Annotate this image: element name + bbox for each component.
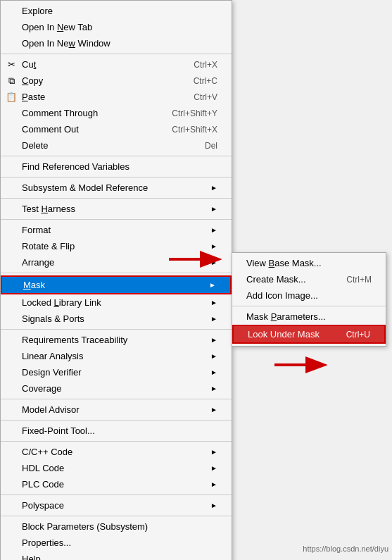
menu-item-copy[interactable]: ⧉ Copy Ctrl+C — [1, 73, 232, 89]
separator-5 — [1, 219, 232, 220]
menu-item-requirements[interactable]: Requirements Traceability ► — [1, 332, 232, 348]
submenu-arrow-hdl: ► — [210, 464, 217, 472]
separator-8 — [1, 399, 232, 399]
submenu-arrow-linear: ► — [210, 352, 217, 360]
submenu-arrow-cpp: ► — [210, 448, 217, 456]
menu-item-cpp-code[interactable]: C/C++ Code ► — [1, 444, 232, 460]
submenu-separator-1 — [232, 306, 386, 306]
menu-item-plc-code[interactable]: PLC Code ► — [1, 476, 232, 492]
menu-item-delete[interactable]: Delete Del — [1, 137, 232, 154]
menu-item-block-params[interactable]: Block Parameters (Subsystem) — [1, 518, 232, 535]
separator-4 — [1, 198, 232, 199]
copy-icon: ⧉ — [5, 75, 18, 87]
watermark: https://blog.csdn.net/diyu — [303, 545, 388, 553]
menu-item-open-new-tab[interactable]: Open In New Tab — [1, 19, 232, 35]
arrow-svg-2 — [271, 351, 327, 379]
submenu-item-add-icon-image[interactable]: Add Icon Image... — [232, 287, 386, 304]
separator-7 — [1, 329, 232, 330]
submenu-arrow-req: ► — [210, 336, 217, 344]
menu-item-help[interactable]: Help — [1, 551, 232, 560]
separator-11 — [1, 494, 232, 495]
menu-item-linear-analysis[interactable]: Linear Analysis ► — [1, 348, 232, 364]
separator-1 — [1, 54, 232, 54]
menu-item-design-verifier[interactable]: Design Verifier ► — [1, 364, 232, 380]
separator-12 — [1, 516, 232, 516]
separator-9 — [1, 420, 232, 421]
submenu-item-create-mask[interactable]: Create Mask... Ctrl+M — [232, 271, 386, 287]
submenu-arrow-mask: ► — [209, 281, 216, 289]
context-menu: Explore Open In New Tab Open In New Wind… — [0, 0, 232, 560]
menu-item-explore[interactable]: Explore — [1, 3, 232, 19]
separator-2 — [1, 156, 232, 156]
menu-item-properties[interactable]: Properties... — [1, 535, 232, 551]
submenu-arrow-advisor: ► — [210, 406, 217, 413]
submenu-arrow-locked: ► — [210, 299, 217, 306]
paste-icon: 📋 — [5, 92, 18, 102]
submenu-arrow-polyspace: ► — [210, 502, 217, 509]
menu-item-coverage[interactable]: Coverage ► — [1, 380, 232, 397]
mask-submenu: View Base Mask... Create Mask... Ctrl+M … — [232, 252, 386, 347]
menu-item-hdl-code[interactable]: HDL Code ► — [1, 460, 232, 476]
menu-item-comment-out[interactable]: Comment Out Ctrl+Shift+X — [1, 121, 232, 137]
arrow-to-mask — [165, 245, 222, 275]
menu-item-signals-ports[interactable]: Signals & Ports ► — [1, 311, 232, 327]
submenu-arrow-format: ► — [210, 226, 217, 234]
menu-item-polyspace[interactable]: Polyspace ► — [1, 497, 232, 514]
menu-item-format[interactable]: Format ► — [1, 222, 232, 238]
submenu-arrow-test: ► — [210, 205, 217, 213]
menu-item-model-advisor[interactable]: Model Advisor ► — [1, 402, 232, 418]
menu-item-paste[interactable]: 📋 Paste Ctrl+V — [1, 89, 232, 105]
menu-item-cut[interactable]: ✂ Cut Ctrl+X — [1, 56, 232, 73]
menu-item-subsystem[interactable]: Subsystem & Model Reference ► — [1, 180, 232, 196]
submenu-item-mask-parameters[interactable]: Mask Parameters... — [232, 309, 386, 325]
submenu-arrow-coverage: ► — [210, 385, 217, 392]
submenu-arrow-signals: ► — [210, 315, 217, 323]
menu-item-open-new-window[interactable]: Open In New Window — [1, 35, 232, 51]
submenu-arrow-design: ► — [210, 368, 217, 376]
menu-item-test-harness[interactable]: Test Harness ► — [1, 201, 232, 217]
menu-item-find-ref-vars[interactable]: Find Referenced Variables — [1, 158, 232, 175]
menu-item-locked-library-link[interactable]: Locked Library Link ► — [1, 294, 232, 311]
separator-3 — [1, 177, 232, 178]
submenu-item-view-base-mask[interactable]: View Base Mask... — [232, 255, 386, 271]
arrow-to-look-under — [271, 351, 327, 381]
submenu-item-look-under-mask[interactable]: Look Under Mask Ctrl+U — [232, 325, 386, 344]
submenu-arrow-subsystem: ► — [210, 184, 217, 192]
cut-icon: ✂ — [5, 59, 18, 70]
menu-item-fixed-point[interactable]: Fixed-Point Tool... — [1, 423, 232, 439]
menu-item-mask[interactable]: Mask ► — [1, 275, 232, 294]
menu-item-comment-through[interactable]: Comment Through Ctrl+Shift+Y — [1, 105, 232, 121]
submenu-arrow-plc: ► — [210, 480, 217, 488]
arrow-svg-1 — [165, 245, 222, 273]
separator-10 — [1, 441, 232, 442]
